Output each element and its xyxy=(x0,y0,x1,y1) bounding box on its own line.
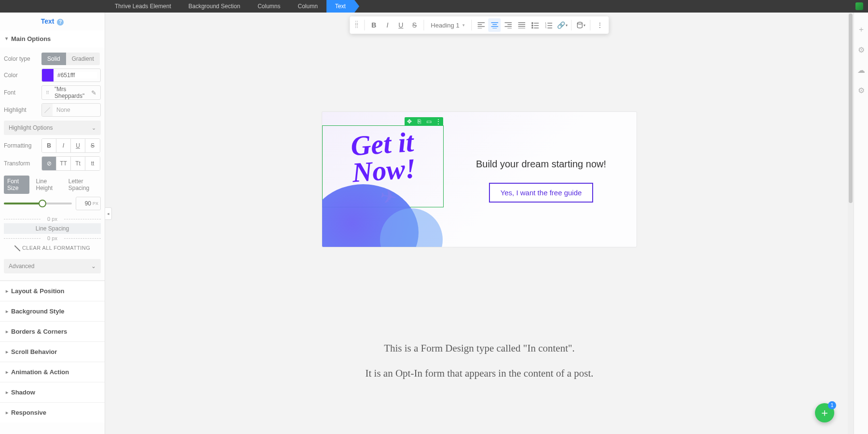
settings-sliders-icon[interactable]: ⚙ xyxy=(857,45,866,54)
label-font: Font xyxy=(4,89,41,96)
panel-shadow[interactable]: ▸Shadow xyxy=(0,382,105,402)
ordered-list-button[interactable]: 123 xyxy=(542,18,555,32)
unordered-list-button[interactable] xyxy=(529,18,542,32)
margin-top-value[interactable]: 0 px xyxy=(4,216,101,222)
breadcrumb-bar: Thrive Leads Element Background Section … xyxy=(0,0,868,13)
tab-letter-spacing[interactable]: Letter Spacing xyxy=(65,176,101,194)
color-input[interactable] xyxy=(41,68,101,82)
label-formatting: Formatting xyxy=(4,142,41,149)
panel-animation-action[interactable]: ▸Animation & Action xyxy=(0,362,105,382)
highlight-options-accordion[interactable]: Highlight Options ⌄ xyxy=(4,121,101,135)
cta-button[interactable]: Yes, I want the free guide xyxy=(489,183,594,203)
drag-handle-icon[interactable]: ⠿⠿ xyxy=(353,22,361,28)
subheadline-text[interactable]: Build your dream starting now! xyxy=(476,157,606,171)
heading-label: Heading 1 xyxy=(431,22,459,29)
headline-text[interactable]: Get it Now! xyxy=(322,122,445,188)
chevron-down-icon: ⌄ xyxy=(91,263,96,270)
transform-cap-button[interactable]: Tt xyxy=(71,157,85,170)
bold-button[interactable]: B xyxy=(42,139,56,152)
optin-card: ✥ ⎘ ▭ ⋮ Get it Now! ✈ Build your dream xyxy=(322,112,637,247)
advanced-accordion[interactable]: Advanced ⌄ xyxy=(4,259,101,273)
label-color-type: Color type xyxy=(4,55,41,62)
panel-label: Background Style xyxy=(11,308,65,315)
sidebar-collapse-toggle[interactable]: ◂ xyxy=(105,207,112,220)
clear-all-formatting-button[interactable]: CLEAR ALL FORMATTING xyxy=(4,241,101,255)
font-size-slider[interactable] xyxy=(4,203,72,204)
editor-canvas[interactable]: ⠿⠿ B I U S Heading 1 ▾ 123 🔗▾ xyxy=(105,13,854,434)
transform-upper-button[interactable]: TT xyxy=(56,157,71,170)
font-picker[interactable]: ⠿ "Mrs Sheppards" ✎ xyxy=(41,85,101,100)
label-color: Color xyxy=(4,72,41,79)
cloud-icon[interactable]: ☁ xyxy=(857,66,866,74)
line-spacing-label: Line Spacing xyxy=(4,223,101,234)
right-rail: ＋ ⚙ ☁ ⚙ xyxy=(854,13,868,434)
panel-head-main-options[interactable]: ▸ Main Options xyxy=(0,30,105,47)
align-right-button[interactable] xyxy=(502,18,515,32)
panel-layout-position[interactable]: ▸Layout & Position xyxy=(0,281,105,301)
svg-text:3: 3 xyxy=(545,27,546,28)
strike-button[interactable]: S xyxy=(85,139,100,152)
margin-bottom-value[interactable]: 0 px xyxy=(4,235,101,241)
align-center-button[interactable] xyxy=(488,18,501,32)
formatting-group: B I U S xyxy=(41,138,100,153)
color-type-solid[interactable]: Solid xyxy=(41,53,66,65)
font-size-value[interactable]: 90 PX xyxy=(76,197,101,210)
crumb-column[interactable]: Column xyxy=(289,0,326,13)
svg-point-17 xyxy=(531,25,532,26)
align-left-button[interactable] xyxy=(475,18,488,32)
caret-icon: ▸ xyxy=(4,38,10,40)
crumb-thrive-leads[interactable]: Thrive Leads Element xyxy=(106,0,180,13)
link-button[interactable]: 🔗▾ xyxy=(556,18,569,32)
color-swatch[interactable] xyxy=(42,69,54,81)
color-type-gradient[interactable]: Gradient xyxy=(66,53,100,65)
color-type-toggle: Solid Gradient xyxy=(41,53,100,65)
color-hex-field[interactable] xyxy=(54,72,97,79)
page-paragraph-2[interactable]: It is an Opt-In form that appears in the… xyxy=(366,367,594,380)
gear-icon[interactable]: ⚙ xyxy=(857,86,866,95)
highlight-picker[interactable]: None xyxy=(41,103,101,117)
add-element-fab[interactable]: ＋ 1 xyxy=(815,403,834,422)
sidebar-title: Text ? xyxy=(0,13,105,30)
pencil-icon[interactable]: ✎ xyxy=(87,89,100,96)
panel-label: Animation & Action xyxy=(11,368,69,376)
page-paragraph-1[interactable]: This is a Form Design type called "In co… xyxy=(384,342,575,354)
tb-underline-button[interactable]: U xyxy=(394,18,407,32)
panel-borders-corners[interactable]: ▸Borders & Corners xyxy=(0,321,105,341)
more-button[interactable]: ⋮ xyxy=(594,18,606,32)
help-icon[interactable]: ? xyxy=(57,19,64,26)
size-unit: PX xyxy=(93,201,98,206)
underline-button[interactable]: U xyxy=(71,139,85,152)
tb-strike-button[interactable]: S xyxy=(408,18,420,32)
crumb-background-section[interactable]: Background Section xyxy=(180,0,249,13)
canvas-scrollbar[interactable] xyxy=(848,13,854,434)
panel-label: Responsive xyxy=(11,409,46,416)
crumb-columns[interactable]: Columns xyxy=(249,0,289,13)
transform-none-button[interactable]: ⊘ xyxy=(42,157,56,170)
crumb-text[interactable]: Text xyxy=(326,0,354,13)
slider-handle[interactable] xyxy=(39,200,46,207)
tb-bold-button[interactable]: B xyxy=(367,18,380,32)
transform-group: ⊘ TT Tt tt xyxy=(41,156,100,171)
card-left-column: ✥ ⎘ ▭ ⋮ Get it Now! ✈ xyxy=(322,112,446,247)
panel-background-style[interactable]: ▸Background Style xyxy=(0,301,105,321)
breadcrumbs: Thrive Leads Element Background Section … xyxy=(106,0,354,13)
heading-dropdown[interactable]: Heading 1 ▾ xyxy=(427,22,468,29)
scrollbar-thumb[interactable] xyxy=(849,14,853,203)
fab-badge: 1 xyxy=(828,401,836,409)
chevron-down-icon: ▾ xyxy=(566,23,568,27)
align-justify-button[interactable] xyxy=(515,18,528,32)
size-number: 90 xyxy=(85,200,91,207)
panel-scroll-behavior[interactable]: ▸Scroll Behavior xyxy=(0,341,105,362)
database-button[interactable]: ▾ xyxy=(575,18,587,32)
no-highlight-icon xyxy=(42,104,53,116)
chevron-down-icon: ⌄ xyxy=(92,125,96,131)
tab-font-size[interactable]: Font Size xyxy=(4,176,29,194)
panel-responsive[interactable]: ▸Responsive xyxy=(0,402,105,422)
tab-line-height[interactable]: Line Height xyxy=(32,176,62,194)
drag-handle-icon[interactable]: ⠿ xyxy=(44,90,52,95)
add-icon[interactable]: ＋ xyxy=(857,25,866,34)
italic-button[interactable]: I xyxy=(56,139,71,152)
transform-lower-button[interactable]: tt xyxy=(85,157,100,170)
panel-title: Main Options xyxy=(11,35,51,42)
tb-italic-button[interactable]: I xyxy=(381,18,393,32)
